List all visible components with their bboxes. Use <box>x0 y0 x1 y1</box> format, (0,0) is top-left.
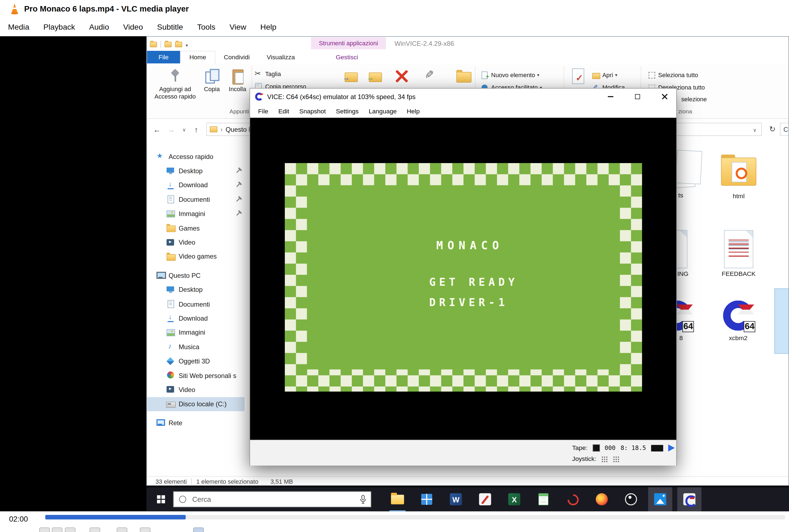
taskbar-word-button[interactable] <box>444 487 468 511</box>
vlc-menu-subtitle[interactable]: Subtitle <box>150 19 190 35</box>
explorer-search-box[interactable]: C <box>780 123 789 136</box>
taskbar-firefox-button[interactable] <box>590 487 614 511</box>
forward-button[interactable] <box>165 123 177 136</box>
microphone-icon[interactable] <box>360 494 366 504</box>
sidebar-item-games[interactable]: Games <box>147 221 245 235</box>
sidebar-item-download[interactable]: Download <box>147 178 245 192</box>
vlc-menu-playback[interactable]: Playback <box>36 19 82 35</box>
pen-app-icon <box>479 493 491 506</box>
cut-button[interactable]: Taglia <box>255 68 281 79</box>
sidebar-item-documenti[interactable]: Documenti <box>147 297 245 311</box>
sidebar-item-desktop[interactable]: Desktop <box>147 283 245 297</box>
vlc-menu-audio[interactable]: Audio <box>82 19 116 35</box>
explorer-statusbar: 33 elementi 1 elemento selezionato 3,51 … <box>147 476 788 486</box>
sidebar-item-oggetti-3d[interactable]: Oggetti 3D <box>147 354 245 368</box>
sidebar-item-desktop[interactable]: Desktop <box>147 164 245 178</box>
vlc-control-button[interactable] <box>52 528 62 532</box>
vice-menu-help[interactable]: Help <box>402 106 425 116</box>
vlc-controls-partial <box>0 528 789 532</box>
sidebar-item-video[interactable]: Video <box>147 383 245 397</box>
vlc-video-area[interactable]: Strumenti applicazioni WinVICE-2.4.29-x8… <box>0 36 789 511</box>
vlc-control-button[interactable] <box>39 528 50 532</box>
vice-menu-language[interactable]: Language <box>364 106 402 116</box>
button-label: Incolla <box>225 86 251 93</box>
vlc-menu-help[interactable]: Help <box>253 19 284 35</box>
sidebar-item-musica[interactable]: Musica <box>147 340 245 354</box>
vlc-control-button[interactable] <box>140 528 151 532</box>
vlc-control-button[interactable] <box>117 528 127 532</box>
open-button[interactable]: Apri <box>592 70 617 80</box>
taskbar-red-swoosh-button[interactable] <box>561 487 585 511</box>
taskbar-excel-button[interactable] <box>502 487 526 511</box>
vlc-progress-bar[interactable] <box>45 515 785 520</box>
taskbar-obs-button[interactable] <box>619 487 643 511</box>
sidebar-item-download[interactable]: Download <box>147 311 245 326</box>
address-dropdown-button[interactable] <box>750 126 759 134</box>
minimize-button[interactable] <box>599 89 621 104</box>
copy-button[interactable]: Copia <box>200 65 224 117</box>
taskbar-app-grid-button[interactable] <box>415 487 439 511</box>
sidebar-item-label: Video <box>179 386 195 394</box>
c64-logo-icon: 64 <box>723 301 753 331</box>
vlc-control-button[interactable] <box>193 528 204 532</box>
pin-to-quick-access-button[interactable]: Aggiungi ad Accesso rapido <box>152 65 199 117</box>
taskbar-vice-button[interactable] <box>677 487 701 511</box>
joystick-1-icon <box>601 456 608 462</box>
tab-home[interactable]: Home <box>180 51 215 63</box>
search-input[interactable] <box>191 495 360 504</box>
sidebar-item-label: Games <box>179 224 200 232</box>
tab-condividi[interactable]: Condividi <box>215 51 258 63</box>
new-item-button[interactable]: Nuovo elemento <box>481 70 539 80</box>
sidebar-item-documenti[interactable]: Documenti <box>147 192 245 207</box>
taskbar-search-box[interactable] <box>173 491 371 507</box>
vlc-menu-view[interactable]: View <box>222 19 253 35</box>
sidebar-item-siti-web-personali-s[interactable]: Siti Web personali s <box>147 368 245 383</box>
start-button[interactable] <box>149 487 173 511</box>
file-item-feedback[interactable]: FEEDBACK <box>717 228 761 278</box>
recent-locations-button[interactable] <box>178 123 190 136</box>
folder-icon[interactable] <box>150 41 157 47</box>
tab-file[interactable]: File <box>147 51 180 63</box>
vlc-menu-video[interactable]: Video <box>116 19 150 35</box>
vice-menu-settings[interactable]: Settings <box>331 106 364 116</box>
invert-selection-button[interactable]: selezione <box>681 96 707 103</box>
sidebar-item-video-games[interactable]: Video games <box>147 249 245 264</box>
sidebar-item-video[interactable]: Video <box>147 235 245 249</box>
taskbar-pen-app-button[interactable] <box>473 487 497 511</box>
sidebar-item-rete[interactable]: Rete <box>147 416 245 430</box>
taskbar-notepad-button[interactable] <box>531 487 556 511</box>
vice-menu-edit[interactable]: Edit <box>273 106 294 116</box>
vice-menu-file[interactable]: File <box>253 106 273 116</box>
tab-visualizza[interactable]: Visualizza <box>258 51 304 63</box>
tab-gestisci[interactable]: Gestisci <box>326 51 368 63</box>
sidebar-item-immagini[interactable]: Immagini <box>147 326 245 340</box>
taskbar-photos-button[interactable] <box>648 487 672 511</box>
tape-counter: 000 <box>604 444 616 452</box>
vlc-control-button[interactable] <box>65 528 76 532</box>
desktop-icon <box>166 167 175 175</box>
vlc-menu-tools[interactable]: Tools <box>190 19 223 35</box>
select-all-button[interactable]: Seleziona tutto <box>648 70 698 80</box>
ribbon-tabs: File Home Condividi Visualizza <box>147 51 303 63</box>
qat-customize-button[interactable] <box>186 40 188 49</box>
sidebar-item-immagini[interactable]: Immagini <box>147 207 245 221</box>
vice-titlebar[interactable]: VICE: C64 (x64sc) emulator at 103% speed… <box>250 89 676 105</box>
sidebar-item-accesso-rapido[interactable]: Accesso rapido <box>147 150 245 164</box>
file-item-html[interactable]: html <box>717 147 761 200</box>
close-button[interactable] <box>654 89 676 104</box>
vlc-control-button[interactable] <box>90 528 100 532</box>
new-folder-shortcut-icon[interactable] <box>175 41 182 47</box>
sidebar-item-disco-locale-c[interactable]: Disco locale (C:) <box>147 397 245 411</box>
vlc-menu-media[interactable]: Media <box>1 19 37 35</box>
file-item-selected-partial[interactable] <box>774 288 789 354</box>
refresh-button[interactable] <box>767 123 778 135</box>
taskbar-explorer-button[interactable] <box>385 487 409 511</box>
vice-menu-snapshot[interactable]: Snapshot <box>294 106 331 116</box>
file-item-xcbm2[interactable]: 64 xcbm2 <box>711 301 766 342</box>
back-button[interactable] <box>151 123 163 136</box>
tape-motor-icon[interactable] <box>593 444 600 452</box>
maximize-button[interactable] <box>627 89 649 104</box>
up-button[interactable] <box>190 123 202 136</box>
sidebar-item-questo-pc[interactable]: Questo PC <box>147 268 245 283</box>
properties-shortcut-icon[interactable] <box>165 41 172 47</box>
